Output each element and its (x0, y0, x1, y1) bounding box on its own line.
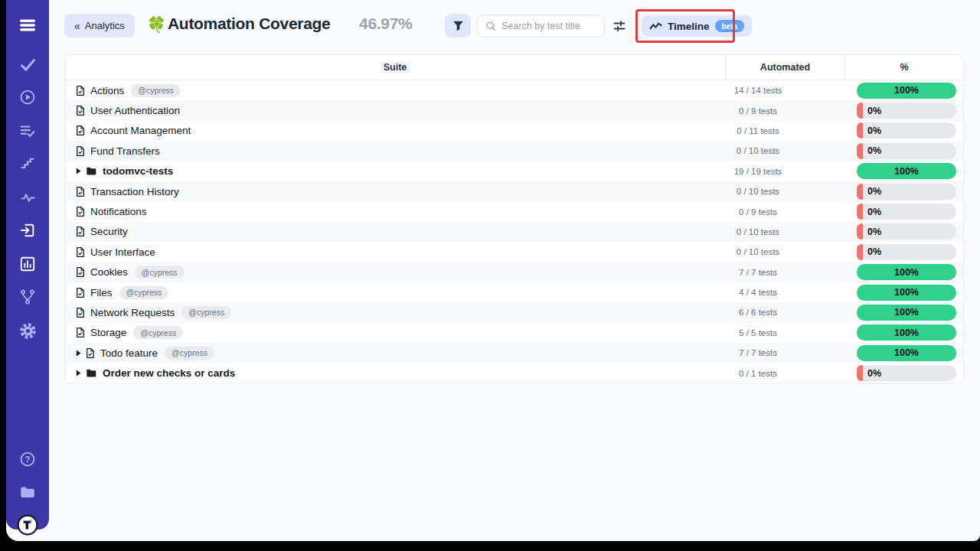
coverage-percent-label: 100% (894, 287, 919, 298)
coverage-percent-label: 100% (894, 85, 919, 96)
suite-name[interactable]: Notifications (90, 206, 147, 217)
suite-name[interactable]: User Interface (90, 246, 155, 258)
suite-name[interactable]: Todo feature (100, 347, 158, 359)
timeline-label: Timeline (668, 21, 710, 32)
suite-cell: Transaction History (65, 186, 725, 197)
suite-name[interactable]: Fund Transfers (90, 145, 160, 157)
analytics-back-button[interactable]: « Analytics (64, 14, 135, 37)
percent-cell: 0% (844, 122, 963, 139)
table-row[interactable]: Cookies @cypress 7 / 7 tests 100% (65, 262, 963, 282)
table-row[interactable]: Network Requests @cypress 6 / 6 tests 10… (65, 302, 963, 322)
coverage-percent-label: 0% (867, 207, 881, 217)
coverage-pill: 100% (857, 285, 956, 301)
folder-icon[interactable] (6, 482, 49, 502)
suite-cell: Files @cypress (65, 286, 725, 299)
table-row[interactable]: User Authentication 0 / 9 tests 0% (65, 100, 963, 120)
import-icon[interactable] (6, 220, 49, 240)
automated-count: 4 / 4 tests (725, 288, 844, 297)
cypress-tag: @cypress (119, 286, 169, 299)
suite-name[interactable]: Storage (90, 327, 126, 338)
suite-cell: Fund Transfers (65, 145, 725, 157)
document-icon (76, 287, 85, 298)
coverage-pill: 0% (857, 223, 956, 240)
bar-chart-icon[interactable] (6, 254, 49, 274)
table-row[interactable]: Order new checks or cards 0 / 1 tests 0% (65, 363, 963, 383)
red-sliver (857, 204, 863, 220)
coverage-percent-label: 0% (867, 246, 881, 257)
suite-cell: Storage @cypress (65, 326, 725, 339)
suite-name[interactable]: Actions (90, 85, 124, 96)
automated-count: 0 / 10 tests (725, 187, 844, 196)
steps-icon[interactable] (6, 154, 49, 174)
column-header-automated: Automated (725, 55, 844, 80)
coverage-percent-label: 100% (894, 166, 919, 177)
play-circle-icon[interactable] (6, 87, 49, 107)
sliders-button[interactable] (612, 19, 626, 35)
folder-icon (86, 165, 97, 177)
table-row[interactable]: Security 0 / 10 tests 0% (65, 222, 963, 242)
check-icon[interactable] (6, 54, 49, 74)
search-input[interactable] (501, 21, 596, 31)
expand-triangle-icon[interactable] (76, 370, 81, 377)
coverage-pill: 0% (857, 103, 956, 119)
table-row[interactable]: Fund Transfers 0 / 10 tests 0% (65, 141, 963, 161)
percent-cell: 100% (844, 324, 963, 341)
suite-name[interactable]: Transaction History (90, 186, 179, 197)
main-content: « Analytics 🍀 Automation Coverage 46.97% (49, 0, 980, 541)
beta-badge: beta (715, 20, 745, 32)
suite-name[interactable]: User Authentication (90, 105, 180, 116)
suite-cell: Order new checks or cards (65, 367, 725, 379)
testomat-logo[interactable] (6, 514, 49, 536)
help-icon[interactable]: ? (6, 449, 49, 469)
table-row[interactable]: todomvc-tests 19 / 19 tests 100% (65, 161, 963, 181)
document-icon (76, 186, 85, 197)
suite-name[interactable]: Order new checks or cards (103, 367, 235, 379)
pulse-icon[interactable] (6, 187, 49, 207)
red-sliver (857, 223, 863, 240)
suite-name[interactable]: Account Management (90, 125, 191, 136)
red-sliver (857, 244, 863, 260)
table-row[interactable]: Actions @cypress 14 / 14 tests 100% (65, 80, 963, 100)
coverage-pill: 0% (857, 204, 956, 220)
suite-name[interactable]: Network Requests (90, 307, 175, 318)
document-icon (76, 145, 85, 157)
table-row[interactable]: Notifications 0 / 9 tests 0% (65, 201, 963, 221)
coverage-percent-label: 0% (867, 126, 881, 136)
table-row[interactable]: Transaction History 0 / 10 tests 0% (65, 181, 963, 201)
chevron-double-left-icon: « (74, 20, 80, 32)
expand-triangle-icon[interactable] (76, 350, 81, 357)
suite-name[interactable]: Cookies (90, 266, 128, 278)
coverage-percent-label: 100% (894, 307, 919, 318)
table-row[interactable]: Account Management 0 / 11 tests 0% (65, 121, 963, 141)
suite-name[interactable]: Files (90, 287, 113, 298)
gear-icon[interactable] (6, 321, 49, 341)
timeline-button[interactable]: Timeline beta (642, 15, 752, 37)
table-row[interactable]: User Interface 0 / 10 tests 0% (65, 242, 963, 262)
branch-icon[interactable] (6, 287, 49, 307)
document-icon (76, 266, 85, 278)
automated-count: 7 / 7 tests (725, 268, 844, 277)
coverage-percent-label: 0% (867, 227, 881, 237)
suite-cell: User Interface (65, 246, 725, 258)
table-row[interactable]: Files @cypress 4 / 4 tests 100% (65, 282, 963, 302)
coverage-percent-label: 100% (894, 328, 919, 338)
expand-triangle-icon[interactable] (76, 168, 81, 174)
automated-count: 0 / 11 tests (725, 126, 844, 135)
suite-cell: todomvc-tests (65, 165, 725, 177)
table-row[interactable]: Storage @cypress 5 / 5 tests 100% (65, 323, 963, 343)
suite-cell: Network Requests @cypress (65, 306, 725, 319)
funnel-icon (452, 20, 464, 31)
suite-name[interactable]: todomvc-tests (103, 165, 173, 177)
menu-icon[interactable] (6, 15, 49, 35)
folder-icon (86, 367, 97, 379)
svg-text:?: ? (25, 455, 31, 464)
table-row[interactable]: Todo feature @cypress 7 / 7 tests 100% (65, 343, 963, 363)
suite-name[interactable]: Security (90, 226, 128, 237)
coverage-percent-label: 100% (894, 267, 919, 278)
coverage-pill: 0% (857, 365, 956, 381)
list-check-icon[interactable] (6, 121, 49, 141)
filter-button[interactable] (445, 14, 471, 37)
suite-cell: Cookies @cypress (65, 266, 725, 279)
document-icon (86, 347, 95, 359)
search-box (477, 15, 605, 37)
